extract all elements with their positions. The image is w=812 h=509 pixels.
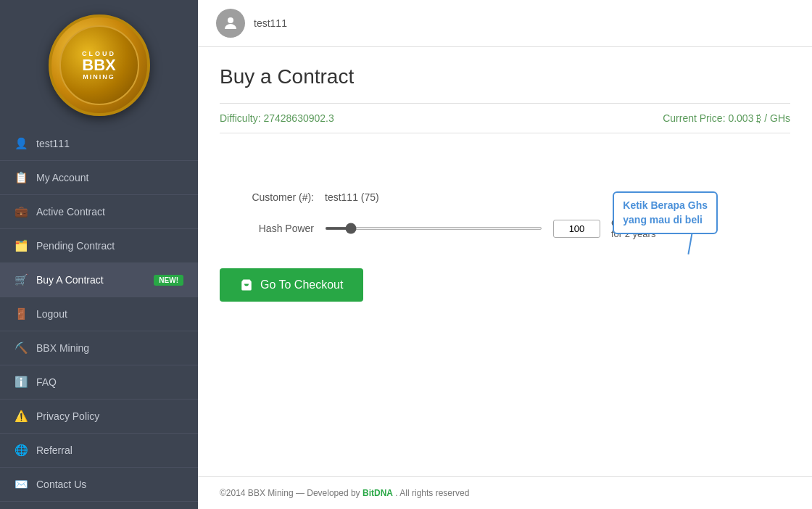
tooltip-line1: Ketik Berapa Ghs <box>623 199 708 213</box>
sidebar-item-bbx-mining[interactable]: ⛏️ BBX Mining <box>0 331 198 365</box>
sidebar-label-referral: Referral <box>36 444 72 456</box>
tooltip-line2: yang mau di beli <box>623 213 708 228</box>
sidebar-item-contact-us[interactable]: ✉️ Contact Us <box>0 468 198 502</box>
sidebar-item-pending-contract[interactable]: 🗂️ Pending Contract <box>0 229 198 263</box>
sidebar-item-privacy-policy[interactable]: ⚠️ Privacy Policy <box>0 400 198 434</box>
pending-contract-icon: 🗂️ <box>14 239 28 252</box>
contact-icon: ✉️ <box>14 478 28 491</box>
active-contract-icon: 💼 <box>14 205 28 218</box>
checkout-button[interactable]: Go To Checkout <box>220 268 363 302</box>
buy-contract-icon: 🛒 <box>14 273 28 286</box>
sidebar-item-active-contract[interactable]: 💼 Active Contract <box>0 195 198 229</box>
info-bar: Difficulty: 27428630902.3 Current Price:… <box>220 103 790 133</box>
sidebar-label-logout: Logout <box>36 308 67 320</box>
user-icon: 👤 <box>14 137 28 150</box>
svg-point-0 <box>228 17 233 23</box>
customer-label: Customer (#): <box>220 191 314 203</box>
page-title: Buy a Contract <box>220 65 790 88</box>
hash-power-label: Hash Power <box>220 223 314 234</box>
sidebar-item-buy-contract[interactable]: 🛒 Buy A Contract NEW! <box>0 263 198 297</box>
new-badge: NEW! <box>154 275 183 286</box>
sidebar-nav: 👤 test111 📋 My Account 💼 Active Contract… <box>0 127 198 509</box>
logo: CLOUD BBX MINING <box>0 0 198 127</box>
sidebar-item-my-account[interactable]: 📋 My Account <box>0 161 198 195</box>
avatar <box>216 9 245 38</box>
footer: ©2014 BBX Mining — Developed by BitDNA .… <box>198 476 812 509</box>
footer-rights: . All rights reserved <box>395 488 469 498</box>
sidebar-item-faq[interactable]: ℹ️ FAQ <box>0 365 198 400</box>
hash-slider-container: GH/s @ 0.3000999975 ₿ for 2 years <box>325 218 790 239</box>
footer-link[interactable]: BitDNA <box>362 488 393 498</box>
customer-value: test111 (75) <box>325 191 379 203</box>
content-area: Buy a Contract Difficulty: 27428630902.3… <box>198 47 812 476</box>
account-icon: 📋 <box>14 171 28 184</box>
sidebar-label-bbx-mining: BBX Mining <box>36 342 89 354</box>
sidebar-label-privacy-policy: Privacy Policy <box>36 410 99 422</box>
sidebar-label-active-contract: Active Contract <box>36 206 105 218</box>
bbx-mining-icon: ⛏️ <box>14 342 28 355</box>
top-bar: test111 <box>198 0 812 47</box>
sidebar-label-user: test111 <box>36 138 70 149</box>
tooltip-bubble: Ketik Berapa Ghs yang mau di beli <box>613 191 718 234</box>
logout-icon: 🚪 <box>14 307 28 320</box>
referral-icon: 🌐 <box>14 444 28 457</box>
sidebar: CLOUD BBX MINING 👤 test111 📋 My Account … <box>0 0 198 509</box>
form-area: Ketik Berapa Ghs yang mau di beli Custom… <box>220 155 790 302</box>
sidebar-item-logout[interactable]: 🚪 Logout <box>0 297 198 331</box>
sidebar-item-referral[interactable]: 🌐 Referral <box>0 434 198 468</box>
main-content: test111 Buy a Contract Difficulty: 27428… <box>198 0 812 509</box>
sidebar-label-faq: FAQ <box>36 376 57 388</box>
footer-text: ©2014 BBX Mining — Developed by <box>220 488 360 498</box>
sidebar-label-buy-contract: Buy A Contract <box>36 274 104 286</box>
hash-power-slider[interactable] <box>325 227 542 230</box>
cart-icon <box>240 278 253 291</box>
topbar-username: test111 <box>254 17 287 29</box>
checkout-button-label: Go To Checkout <box>260 278 343 291</box>
sidebar-label-contact-us: Contact Us <box>36 479 86 490</box>
hash-power-input[interactable] <box>553 220 600 238</box>
current-price-label: Current Price: 0.003 ₿ / GHs <box>663 112 790 124</box>
faq-icon: ℹ️ <box>14 376 28 389</box>
privacy-icon: ⚠️ <box>14 410 28 423</box>
sidebar-item-user[interactable]: 👤 test111 <box>0 127 198 161</box>
difficulty-label: Difficulty: 27428630902.3 <box>220 112 334 124</box>
sidebar-label-my-account: My Account <box>36 172 88 183</box>
sidebar-label-pending-contract: Pending Contract <box>36 240 115 252</box>
